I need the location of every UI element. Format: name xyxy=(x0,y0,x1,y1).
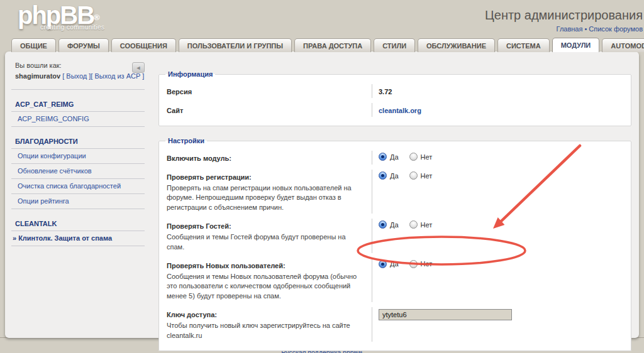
info-row-site: Сайт cleantalk.org xyxy=(165,100,625,119)
tab-users-groups[interactable]: ПОЛЬЗОВАТЕЛИ И ГРУППЫ xyxy=(179,38,292,52)
radio-no-label[interactable]: Нет xyxy=(421,221,433,229)
setting-description: Проверять на спам регистрации новых поль… xyxy=(167,183,363,212)
sidebar-item-clear-thanks-list[interactable]: Очистка списка благодарностей xyxy=(11,179,145,194)
radio-group-check-new-users: Да Нет xyxy=(379,259,625,268)
setting-label: Проверять Гостей: xyxy=(167,222,231,230)
radio-group-check-registrations: Да Нет xyxy=(379,171,625,180)
version-label: Версия xyxy=(167,88,192,95)
setting-row-enable-module: Включить модуль: Да Нет xyxy=(165,148,625,167)
logout-link[interactable]: [ Выход ] xyxy=(62,72,91,80)
setting-label: Ключ доступа: xyxy=(167,311,217,318)
setting-description: Чтобы получить новый ключ зарегистрируйт… xyxy=(167,321,363,340)
setting-row-access-key: Ключ доступа: Чтобы получить новый ключ … xyxy=(165,305,625,344)
settings-legend: Настройки xyxy=(165,137,207,144)
radio-yes[interactable] xyxy=(379,220,387,229)
nav-link-home[interactable]: Главная xyxy=(557,25,583,33)
phpbb-logo[interactable]: phpBB® creating communities xyxy=(18,1,104,31)
tab-bar: ОБЩИЕ ФОРУМЫ СООБЩЕНИЯ ПОЛЬЗОВАТЕЛИ И ГР… xyxy=(11,38,644,52)
header-nav: Главная•Список форумов xyxy=(485,25,643,33)
active-item-marker: » xyxy=(13,234,16,242)
nav-separator: • xyxy=(582,25,589,33)
radio-yes-label[interactable]: Да xyxy=(390,260,399,268)
setting-label: Проверять Новых пользователей: xyxy=(167,262,286,269)
tab-modules[interactable]: МОДУЛИ xyxy=(552,38,600,52)
setting-label: Проверять регистрации: xyxy=(167,173,252,181)
info-legend: Информация xyxy=(165,70,215,78)
logged-in-as-label: Вы вошли как: xyxy=(15,60,143,71)
tab-permissions[interactable]: ПРАВА ДОСТУПА xyxy=(294,38,371,52)
sidebar: Вы вошли как: shagimuratov [ Выход ][ Вы… xyxy=(11,59,145,246)
radio-yes[interactable] xyxy=(379,153,387,161)
sidebar-item-config-options[interactable]: Опции конфигурации xyxy=(11,149,145,164)
info-row-version: Версия 3.72 xyxy=(165,82,625,100)
site-label: Сайт xyxy=(167,107,183,114)
sidebar-collapse-button[interactable]: ◄ xyxy=(132,62,145,73)
header-right: Центр администрирования Главная•Список ф… xyxy=(485,8,643,33)
radio-no[interactable] xyxy=(409,171,418,180)
radio-no[interactable] xyxy=(409,220,418,229)
sidebar-item-counters-update[interactable]: Обновление счётчиков xyxy=(11,164,145,179)
main-panel: Вы вошли как: shagimuratov [ Выход ][ Вы… xyxy=(5,52,639,338)
radio-yes-label[interactable]: Да xyxy=(390,221,399,229)
setting-label: Включить модуль: xyxy=(167,155,231,162)
setting-row-check-new-users: Проверять Новых пользователей: Сообщения… xyxy=(165,256,625,305)
menu-section-cleantalk: CLEANTALK »Клинтолк. Защита от спама xyxy=(11,217,145,246)
menu-heading-thanks[interactable]: БЛАГОДАРНОСТИ xyxy=(11,135,145,149)
collapse-arrow-icon: ◄ xyxy=(136,65,142,71)
radio-no[interactable] xyxy=(409,260,418,268)
username: shagimuratov xyxy=(15,72,60,80)
sidebar-item-rating-options[interactable]: Опции рейтинга xyxy=(11,194,145,209)
radio-group-check-guests: Да Нет xyxy=(379,220,625,229)
acp-page: phpBB® creating communities Центр админи… xyxy=(0,0,644,353)
setting-description: Сообщения и темы Гостей форума будут про… xyxy=(167,232,363,252)
settings-fieldset: Настройки Включить модуль: Да Нет xyxy=(158,137,631,351)
menu-heading-acp-cat-reimg[interactable]: ACP_CAT_REIMG xyxy=(11,98,145,112)
info-fieldset: Информация Версия 3.72 Сайт cleantalk.or… xyxy=(158,70,631,126)
radio-yes[interactable] xyxy=(379,171,387,180)
registered-mark: ® xyxy=(94,13,100,22)
tab-posting[interactable]: СООБЩЕНИЯ xyxy=(111,38,176,52)
login-info: Вы вошли как: shagimuratov [ Выход ][ Вы… xyxy=(11,59,145,90)
radio-no-label[interactable]: Нет xyxy=(421,153,433,161)
setting-description: Сообщения и темы Новых пользователей фор… xyxy=(167,272,363,301)
nav-link-forum-index[interactable]: Список форумов xyxy=(589,25,643,33)
tab-system[interactable]: СИСТЕМА xyxy=(497,38,550,52)
menu-heading-cleantalk[interactable]: CLEANTALK xyxy=(11,217,145,231)
site-link[interactable]: cleantalk.org xyxy=(379,107,421,114)
radio-no-label[interactable]: Нет xyxy=(421,172,433,180)
phpbb-logo-tagline: creating communities xyxy=(40,24,104,31)
sidebar-item-cleantalk-antispam[interactable]: »Клинтолк. Защита от спама xyxy=(11,231,145,246)
content-area: Информация Версия 3.72 Сайт cleantalk.or… xyxy=(158,70,631,353)
radio-yes-label[interactable]: Да xyxy=(390,172,399,180)
access-key-input[interactable] xyxy=(379,309,512,320)
radio-yes-label[interactable]: Да xyxy=(390,153,399,161)
menu-section-reimg: ACP_CAT_REIMG ACP_REIMG_CONFIG xyxy=(11,98,145,127)
tab-general[interactable]: ОБЩИЕ xyxy=(11,38,56,52)
setting-row-check-guests: Проверять Гостей: Сообщения и темы Госте… xyxy=(165,216,625,256)
radio-no[interactable] xyxy=(409,153,418,161)
version-value: 3.72 xyxy=(379,88,392,95)
menu-section-thanks: БЛАГОДАРНОСТИ Опции конфигурации Обновле… xyxy=(11,135,145,209)
tab-styles[interactable]: СТИЛИ xyxy=(374,38,415,52)
logout-acp-link[interactable]: [ Выход из ACP ] xyxy=(91,72,144,80)
radio-yes[interactable] xyxy=(379,260,387,268)
tab-automod[interactable]: AUTOMOD xyxy=(602,38,644,52)
tab-maintenance[interactable]: ОБСЛУЖИВАНИЕ xyxy=(418,38,495,52)
setting-row-check-registrations: Проверять регистрации: Проверять на спам… xyxy=(165,167,625,216)
radio-no-label[interactable]: Нет xyxy=(421,260,433,268)
page-title: Центр администрирования xyxy=(485,8,643,23)
sidebar-item-acp-reimg-config[interactable]: ACP_REIMG_CONFIG xyxy=(11,112,145,127)
radio-group-enable-module: Да Нет xyxy=(379,152,625,161)
tab-forums[interactable]: ФОРУМЫ xyxy=(58,38,109,52)
